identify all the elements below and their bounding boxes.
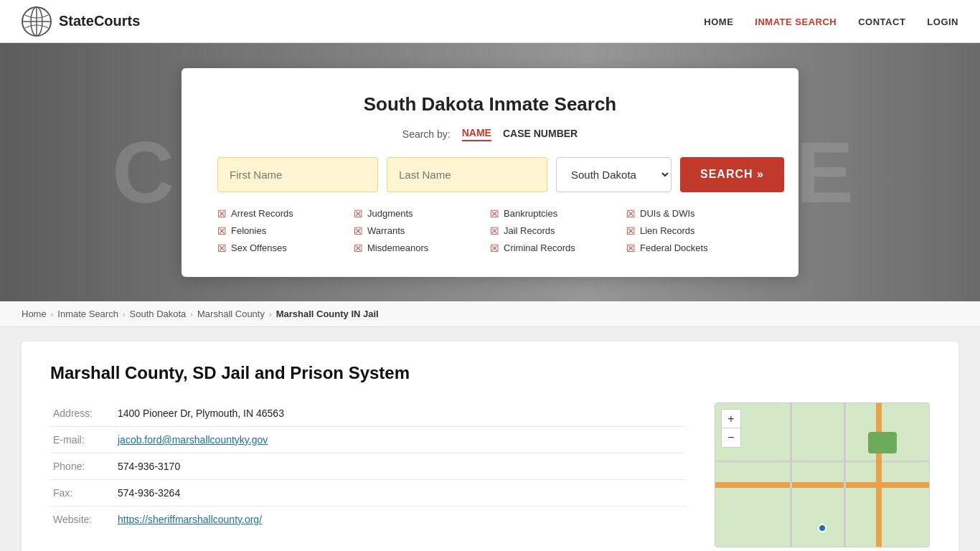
hero-section: COURTHOUSE South Dakota Inmate Search Se… xyxy=(0,43,980,301)
nav-contact[interactable]: CONTACT xyxy=(858,17,905,27)
info-table: Address:1400 Pioneer Dr, Plymouth, IN 46… xyxy=(50,400,686,532)
field-label: E-mail: xyxy=(50,427,115,453)
nav-inmate-search[interactable]: INMATE SEARCH xyxy=(755,17,837,27)
feature-label: Criminal Records xyxy=(504,242,575,253)
logo-link[interactable]: StateCourts xyxy=(22,6,140,37)
state-select[interactable]: South Dakota Alabama Alaska Arizona Arka… xyxy=(556,157,672,192)
feature-item: ☒Federal Dockets xyxy=(626,241,763,255)
feature-item: ☒Criminal Records xyxy=(490,241,626,255)
search-by-label: Search by: xyxy=(402,128,451,140)
field-label: Phone: xyxy=(50,453,115,480)
map-zoom-in[interactable]: + xyxy=(722,410,740,428)
breadcrumb-link[interactable]: Inmate Search xyxy=(57,309,118,319)
check-icon: ☒ xyxy=(626,242,636,254)
main-content: Marshall County, SD Jail and Prison Syst… xyxy=(22,342,958,551)
first-name-input[interactable] xyxy=(217,157,378,192)
breadcrumb-separator: › xyxy=(269,310,272,319)
check-icon: ☒ xyxy=(217,208,227,220)
table-row: E-mail:jacob.ford@marshallcountyky.gov xyxy=(50,427,686,453)
check-icon: ☒ xyxy=(354,225,363,237)
search-title: South Dakota Inmate Search xyxy=(217,93,763,116)
feature-label: Misdemeanors xyxy=(367,242,428,253)
feature-item: ☒DUIs & DWIs xyxy=(626,207,763,221)
check-icon: ☒ xyxy=(217,242,227,254)
feature-label: Lien Records xyxy=(640,225,695,236)
breadcrumb: Home›Inmate Search›South Dakota›Marshall… xyxy=(0,301,980,327)
map-zoom-out[interactable]: − xyxy=(722,428,740,447)
check-icon: ☒ xyxy=(217,225,227,237)
feature-item: ☒Bankruptcies xyxy=(490,207,626,221)
feature-item: ☒Warrants xyxy=(354,224,490,238)
field-value: 1400 Pioneer Dr, Plymouth, IN 46563 xyxy=(115,400,686,427)
feature-item: ☒Sex Offenses xyxy=(217,241,354,255)
navigation: StateCourts HOME INMATE SEARCH CONTACT L… xyxy=(0,0,980,43)
check-icon: ☒ xyxy=(354,208,363,220)
breadcrumb-separator: › xyxy=(190,310,193,319)
feature-item: ☒Arrest Records xyxy=(217,207,354,221)
map-section: + − xyxy=(715,402,930,547)
tab-case-number[interactable]: CASE NUMBER xyxy=(503,128,578,141)
feature-label: Sex Offenses xyxy=(231,242,287,253)
logo-icon xyxy=(22,6,52,37)
facility-info: Marshall County, SD Jail and Prison Syst… xyxy=(50,363,686,547)
check-icon: ☒ xyxy=(354,242,363,254)
field-link[interactable]: jacob.ford@marshallcountyky.gov xyxy=(118,434,268,446)
feature-item: ☒Misdemeanors xyxy=(354,241,490,255)
field-value[interactable]: https://sheriffmarshallcounty.org/ xyxy=(115,507,686,533)
nav-links: HOME INMATE SEARCH CONTACT LOGIN xyxy=(704,15,958,28)
breadcrumb-link[interactable]: Home xyxy=(22,309,47,319)
breadcrumb-link[interactable]: South Dakota xyxy=(130,309,187,319)
feature-label: DUIs & DWIs xyxy=(640,208,695,219)
nav-home[interactable]: HOME xyxy=(704,17,733,27)
search-card: South Dakota Inmate Search Search by: NA… xyxy=(182,68,798,277)
field-label: Fax: xyxy=(50,480,115,507)
breadcrumb-separator: › xyxy=(51,310,54,319)
nav-login[interactable]: LOGIN xyxy=(927,17,958,27)
search-fields: South Dakota Alabama Alaska Arizona Arka… xyxy=(217,157,763,192)
field-value: 574-936-3170 xyxy=(115,453,686,480)
feature-item: ☒Jail Records xyxy=(490,224,626,238)
field-value[interactable]: jacob.ford@marshallcountyky.gov xyxy=(115,427,686,453)
field-label: Website: xyxy=(50,507,115,533)
feature-label: Federal Dockets xyxy=(640,242,708,253)
feature-label: Warrants xyxy=(367,225,405,236)
check-icon: ☒ xyxy=(626,208,636,220)
table-row: Address:1400 Pioneer Dr, Plymouth, IN 46… xyxy=(50,400,686,427)
logo-text: StateCourts xyxy=(59,13,140,29)
map-placeholder xyxy=(715,403,929,547)
table-row: Phone:574-936-3170 xyxy=(50,453,686,480)
feature-label: Arrest Records xyxy=(231,208,293,219)
feature-label: Bankruptcies xyxy=(504,208,557,219)
feature-item: ☒Judgments xyxy=(354,207,490,221)
map-location-dot xyxy=(818,524,826,532)
table-row: Fax:574-936-3264 xyxy=(50,480,686,507)
search-tabs-row: Search by: NAME CASE NUMBER xyxy=(217,127,763,141)
check-icon: ☒ xyxy=(490,225,499,237)
facility-title: Marshall County, SD Jail and Prison Syst… xyxy=(50,363,686,383)
breadcrumb-separator: › xyxy=(123,310,126,319)
feature-label: Judgments xyxy=(367,208,413,219)
last-name-input[interactable] xyxy=(387,157,547,192)
feature-item: ☒Lien Records xyxy=(626,224,763,238)
check-icon: ☒ xyxy=(490,242,499,254)
field-value: 574-936-3264 xyxy=(115,480,686,507)
feature-label: Felonies xyxy=(231,225,266,236)
map-controls: + − xyxy=(721,409,741,448)
content-layout: Marshall County, SD Jail and Prison Syst… xyxy=(50,363,930,547)
features-grid: ☒Arrest Records☒Judgments☒Bankruptcies☒D… xyxy=(217,207,763,255)
check-icon: ☒ xyxy=(490,208,499,220)
feature-item: ☒Felonies xyxy=(217,224,354,238)
feature-label: Jail Records xyxy=(504,225,555,236)
table-row: Website:https://sheriffmarshallcounty.or… xyxy=(50,507,686,533)
field-link[interactable]: https://sheriffmarshallcounty.org/ xyxy=(118,514,262,525)
breadcrumb-link[interactable]: Marshall County xyxy=(197,309,265,319)
check-icon: ☒ xyxy=(626,225,636,237)
search-button[interactable]: SEARCH » xyxy=(680,157,784,192)
breadcrumb-current: Marshall County IN Jail xyxy=(276,309,379,319)
tab-name[interactable]: NAME xyxy=(462,127,491,141)
field-label: Address: xyxy=(50,400,115,427)
